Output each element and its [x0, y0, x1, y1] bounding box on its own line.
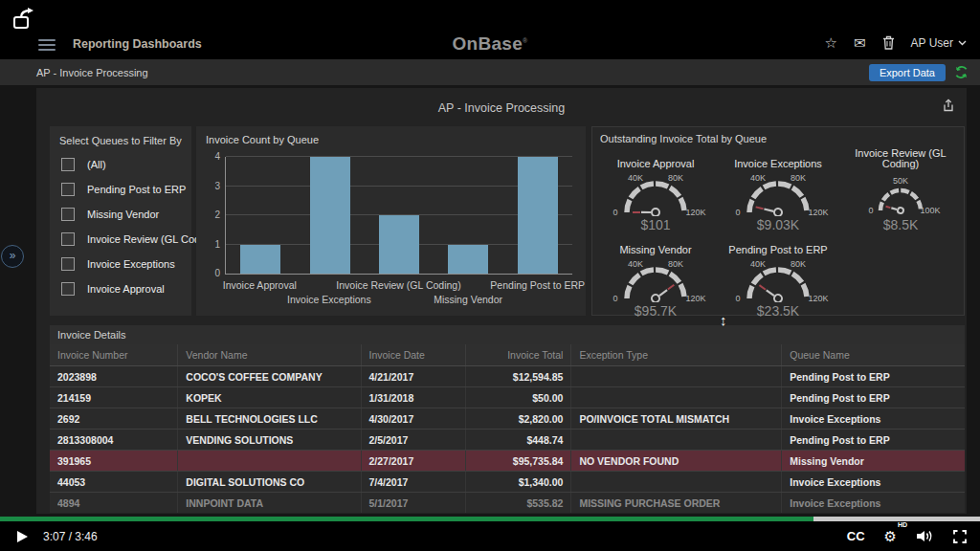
table-cell: Pending Post to ERP: [782, 366, 965, 387]
gauge-tick-label: 50K: [893, 176, 908, 186]
bar[interactable]: [379, 215, 419, 274]
volume-icon[interactable]: [916, 530, 934, 542]
table-cell: 7/4/2017: [361, 472, 466, 493]
checkbox[interactable]: [61, 208, 75, 221]
table-cell: Pending Post to ERP: [782, 430, 965, 451]
table-cell: 4894: [50, 493, 178, 514]
hd-badge: HD: [898, 521, 907, 528]
filter-option[interactable]: Missing Vendor: [61, 208, 191, 221]
chevron-down-icon: [958, 40, 967, 46]
table-cell: Invoice Exceptions: [782, 408, 965, 430]
table-row[interactable]: 2692BELL TECHNOLOGIES LLC4/30/2017$2,820…: [50, 408, 965, 430]
table-cell: [571, 472, 782, 493]
gauge-tick-label: 40K: [750, 172, 766, 182]
table-cell: Invoice Exceptions: [782, 493, 965, 514]
gauge-title: Missing Vendor: [619, 234, 691, 255]
settings-gear-icon[interactable]: ⚙HD: [884, 528, 897, 545]
player-controls: 3:07 / 3:46 CC ⚙HD: [0, 521, 980, 551]
gauge: Invoice Review (GL Coding)050K100K$8.5K: [839, 148, 962, 232]
video-share-icon[interactable]: [11, 8, 40, 34]
closed-captions-button[interactable]: CC: [847, 529, 865, 543]
checkbox[interactable]: [61, 232, 75, 246]
table-row[interactable]: 2813308004VENDING SOLUTIONS2/5/2017$448.…: [50, 430, 965, 451]
table-cell: 4/30/2017: [361, 408, 466, 430]
gauge-value: $23.5K: [757, 303, 799, 319]
filter-option-label: Pending Post to ERP: [87, 184, 186, 195]
gauge-tick-label: 80K: [791, 172, 806, 182]
user-menu[interactable]: AP User: [911, 36, 967, 50]
mail-icon[interactable]: ✉: [854, 35, 866, 50]
column-header[interactable]: Invoice Total: [466, 344, 571, 366]
table-cell: INNPOINT DATA: [178, 493, 361, 514]
bar-plot: 01234: [225, 157, 572, 275]
checkbox[interactable]: [61, 257, 75, 271]
gauge-figure: 040K80K120K: [594, 172, 717, 216]
y-axis-tick: 1: [203, 239, 220, 250]
column-header[interactable]: Invoice Date: [361, 344, 466, 366]
share-dashboard-icon[interactable]: [942, 99, 955, 112]
table-cell: Invoice Exceptions: [782, 472, 965, 493]
table-cell: 44053: [50, 472, 178, 493]
table-cell: $2,820.00: [466, 408, 571, 430]
column-header[interactable]: Queue Name: [782, 344, 965, 366]
checkbox[interactable]: [61, 282, 75, 296]
fullscreen-icon[interactable]: [953, 530, 967, 543]
bar[interactable]: [518, 157, 558, 274]
filter-panel: Select Queues to Filter By (All)Pending …: [50, 126, 191, 316]
table-cell: DIGITAL SOLUTIONS CO: [178, 472, 361, 493]
filter-option[interactable]: (All): [61, 158, 191, 171]
invoice-details-panel: Invoice Details Invoice NumberVendor Nam…: [50, 325, 965, 513]
column-header[interactable]: Invoice Number: [50, 344, 178, 366]
panel-expander-button[interactable]: »: [1, 245, 24, 268]
export-data-button[interactable]: Export Data: [869, 64, 946, 81]
filter-option[interactable]: Pending Post to ERP: [61, 183, 191, 196]
gauge-tick-label: 100K: [920, 206, 940, 215]
invoice-tbody: 2023898COCO'S COFFEE COMPANY4/21/2017$12…: [50, 366, 965, 514]
y-axis-tick: 3: [203, 181, 220, 191]
column-header[interactable]: Exception Type: [571, 344, 782, 366]
table-cell: [571, 430, 782, 451]
filter-option[interactable]: Invoice Review (GL Coding): [61, 232, 191, 246]
play-button[interactable]: [17, 531, 28, 542]
checkbox[interactable]: [61, 158, 75, 171]
filter-option-label: Invoice Exceptions: [87, 258, 175, 270]
breadcrumb-bar: AP - Invoice Processing Export Data: [0, 59, 980, 85]
table-cell: $12,594.85: [466, 366, 571, 387]
bar-chart-panel: Invoice Count by Queue 01234 Invoice App…: [196, 126, 586, 316]
filter-option-label: Invoice Approval: [87, 283, 165, 295]
gauge-title: Invoice Review (GL Coding): [839, 148, 962, 169]
dashboard-title: AP - Invoice Processing: [36, 101, 967, 115]
favorite-star-icon[interactable]: ☆: [825, 35, 837, 50]
invoice-header-row: Invoice NumberVendor NameInvoice DateInv…: [50, 344, 965, 366]
filter-option[interactable]: Invoice Approval: [61, 282, 191, 296]
gauge: Invoice Exceptions040K80K120K$9.03K: [717, 148, 839, 232]
table-cell: [571, 387, 782, 408]
gauge-value: $8.5K: [883, 217, 919, 232]
bar[interactable]: [240, 245, 280, 275]
checkbox[interactable]: [61, 183, 75, 196]
table-row[interactable]: 3919652/27/2017$95,735.84NO VENDOR FOUND…: [50, 451, 965, 472]
gauge-tick-label: 80K: [791, 258, 806, 268]
gauge-value: $95.7K: [635, 303, 677, 319]
bar[interactable]: [310, 157, 350, 274]
gauges-panel: Outstanding Invoice Total by Queue Invoi…: [591, 126, 965, 316]
filter-option[interactable]: Invoice Exceptions: [61, 257, 191, 271]
gauges-panel-title: Outstanding Invoice Total by Queue: [600, 133, 767, 144]
bar[interactable]: [448, 245, 488, 275]
table-row[interactable]: 214159KOPEK1/31/2018$50.00Pending Post t…: [50, 387, 965, 408]
gauge-value: $101: [640, 217, 670, 232]
table-cell: [571, 366, 782, 387]
gauge-tick-label: 120K: [808, 294, 828, 303]
table-row[interactable]: 4894INNPOINT DATA5/1/2017$535.82MISSING …: [50, 493, 965, 514]
refresh-icon[interactable]: [954, 65, 969, 79]
trash-icon[interactable]: [882, 35, 895, 50]
table-row[interactable]: 44053DIGITAL SOLUTIONS CO7/4/2017$1,340.…: [50, 472, 965, 493]
gauge-tick-label: 120K: [808, 208, 828, 217]
table-cell: 391965: [50, 451, 178, 472]
gauge-title: Invoice Approval: [617, 148, 695, 169]
gauge: Missing Vendor040K80K120K$95.7K: [594, 234, 717, 319]
table-row[interactable]: 2023898COCO'S COFFEE COMPANY4/21/2017$12…: [50, 366, 965, 387]
gauge-tick-label: 80K: [668, 258, 683, 268]
column-header[interactable]: Vendor Name: [178, 344, 361, 366]
table-cell: Missing Vendor: [782, 451, 965, 472]
